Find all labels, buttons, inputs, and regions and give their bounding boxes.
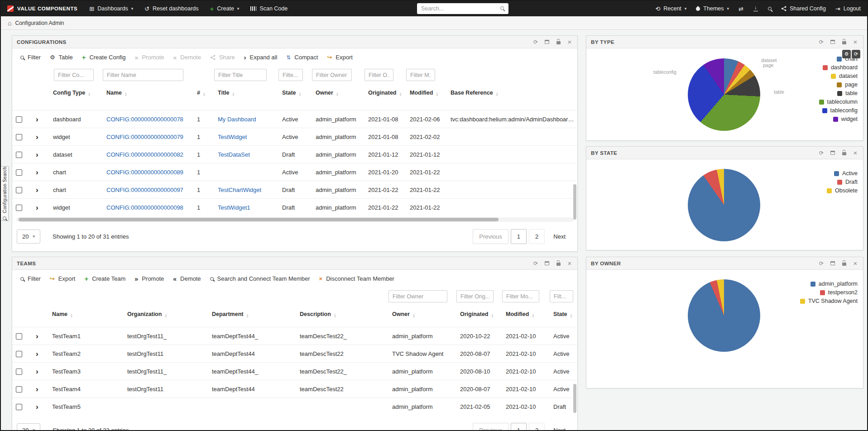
chart-gear-button[interactable]: ⚙ <box>842 50 851 58</box>
toolbar-export-button[interactable]: ↪Export <box>45 272 80 285</box>
panel-maximize-button[interactable] <box>830 150 836 156</box>
by-owner-pie-chart[interactable] <box>688 279 760 352</box>
legend-item-draft[interactable]: Draft <box>837 179 858 185</box>
filter-input-0[interactable] <box>54 69 94 81</box>
legend-item-obsolete[interactable]: Obsolete <box>827 187 858 194</box>
pagination-next[interactable]: Next <box>547 423 572 431</box>
pagination-previous[interactable]: Previous <box>473 229 508 244</box>
config-name-link[interactable]: CONFIG:0000000000000097 <box>106 187 183 193</box>
column-header-description[interactable]: Description▲▼ <box>296 306 388 327</box>
filter-input-3[interactable] <box>550 290 573 302</box>
config-name-link[interactable]: CONFIG:0000000000000078 <box>106 116 183 123</box>
vertical-scrollbar[interactable] <box>573 384 576 413</box>
legend-item-active[interactable]: Active <box>834 170 858 177</box>
legend-item-page[interactable]: page <box>837 81 858 88</box>
team-row[interactable]: ›TestTeam5admin_platform2021-02-052021-0… <box>12 398 577 416</box>
panel-lock-button[interactable] <box>841 150 847 156</box>
column-header-modified[interactable]: Modified▲▼ <box>502 306 550 327</box>
panel-refresh-button[interactable]: ⟳ <box>818 260 825 267</box>
config-name-link[interactable]: CONFIG:0000000000000089 <box>106 169 183 176</box>
row-checkbox[interactable] <box>16 386 22 393</box>
team-row[interactable]: ›TestTeam2testOrgTest11teamDeptTest44tea… <box>12 345 577 363</box>
row-checkbox[interactable] <box>16 152 22 158</box>
filter-input-5[interactable] <box>364 69 393 81</box>
horizontal-scrollbar[interactable] <box>16 217 574 222</box>
column-header-owner[interactable]: Owner▲▼ <box>312 85 364 110</box>
toolbar-create-config-button[interactable]: +Create Config <box>77 51 130 64</box>
row-checkbox[interactable] <box>16 116 22 123</box>
legend-item-widget[interactable]: widget <box>833 116 858 122</box>
team-row[interactable]: ›TestTeam1testOrgTest11_teamDeptTest44_t… <box>12 327 577 345</box>
config-row[interactable]: ›dashboardCONFIG:00000000000000781My Das… <box>12 110 577 128</box>
column-header-department[interactable]: Department▲▼ <box>208 306 296 327</box>
expand-row-icon[interactable]: › <box>36 168 38 177</box>
expand-row-icon[interactable]: › <box>36 350 38 358</box>
pagination-page-1[interactable]: 1 <box>511 229 527 244</box>
row-checkbox[interactable] <box>16 404 22 410</box>
filter-input-1[interactable] <box>456 290 494 302</box>
page-size-select[interactable]: 20 ▾ <box>17 230 40 244</box>
pagination-previous[interactable]: Previous <box>473 423 508 431</box>
panel-close-button[interactable]: × <box>566 39 573 45</box>
column-header-state[interactable]: State▲▼ <box>550 306 577 327</box>
row-checkbox[interactable] <box>16 333 22 340</box>
config-name-link[interactable]: CONFIG:0000000000000079 <box>106 134 183 140</box>
toolbar-filter-button[interactable]: Filter <box>16 51 45 64</box>
toolbar-expand-all-button[interactable]: ›Expand all <box>240 51 282 64</box>
row-checkbox[interactable] <box>16 351 22 357</box>
pagination-page-1[interactable]: 1 <box>511 423 527 431</box>
legend-item-tableconfig[interactable]: tableconfig <box>822 107 858 114</box>
column-header-[interactable]: #▲▼ <box>193 85 214 110</box>
column-header-originated[interactable]: Originated▲▼ <box>456 306 502 327</box>
legend-item-dashboard[interactable]: dashboard <box>823 64 858 71</box>
column-header-title[interactable]: Title▲▼ <box>214 85 278 110</box>
search-input[interactable] <box>417 3 508 14</box>
toolbar-disconnect-team-member-button[interactable]: ×Disconnect Team Member <box>315 272 399 285</box>
filter-input-2[interactable] <box>214 69 267 81</box>
toolbar-demote-button[interactable]: «Demote <box>169 51 206 64</box>
filter-input-2[interactable] <box>502 290 539 302</box>
column-header-organization[interactable]: Organization▲▼ <box>124 306 208 327</box>
legend-item-table[interactable]: table <box>837 90 858 96</box>
row-checkbox[interactable] <box>16 205 22 211</box>
row-checkbox[interactable] <box>16 369 22 375</box>
panel-refresh-button[interactable]: ⟳ <box>818 150 825 156</box>
panel-refresh-button[interactable]: ⟳ <box>818 39 825 45</box>
toolbar-create-team-button[interactable]: +Create Team <box>80 272 130 285</box>
panel-refresh-button[interactable]: ⟳ <box>532 260 539 267</box>
column-header-modified[interactable]: Modified▲▼ <box>406 85 447 110</box>
vertical-scrollbar[interactable] <box>573 184 576 220</box>
expand-row-icon[interactable]: › <box>36 332 38 340</box>
nav-shared-config[interactable]: Shared Config <box>781 5 826 12</box>
nav-scan-code[interactable]: Scan Code <box>250 5 288 12</box>
nav-sync-button[interactable]: ⇄ <box>739 6 743 12</box>
panel-close-button[interactable]: × <box>852 260 858 267</box>
config-row[interactable]: ›chartCONFIG:00000000000000971TestChartW… <box>12 181 577 199</box>
column-header-state[interactable]: State▲▼ <box>278 85 312 110</box>
column-header-originated[interactable]: Originated▲▼ <box>364 85 406 110</box>
config-name-link[interactable]: CONFIG:0000000000000082 <box>106 151 183 158</box>
nav-reset-dashboards[interactable]: ↺Reset dashboards <box>144 5 198 12</box>
toolbar-promote-button[interactable]: »Promote <box>130 272 168 285</box>
legend-item-tablecolumn[interactable]: tablecolumn <box>819 99 858 105</box>
config-row[interactable]: ›widgetCONFIG:00000000000000981TestWidge… <box>12 199 577 216</box>
config-name-link[interactable]: CONFIG:0000000000000098 <box>106 204 183 211</box>
pagination-page-2[interactable]: 2 <box>529 423 545 431</box>
config-row[interactable]: ›datasetCONFIG:00000000000000821TestData… <box>12 146 577 163</box>
nav-themes[interactable]: Themes▾ <box>696 5 729 12</box>
expand-row-icon[interactable]: › <box>36 402 38 411</box>
toolbar-table-button[interactable]: ⚙Table <box>45 51 77 64</box>
column-header-owner[interactable]: Owner▲▼ <box>388 306 456 327</box>
expand-row-icon[interactable]: › <box>36 186 38 194</box>
toolbar-share-button[interactable]: Share <box>206 51 240 64</box>
filter-input-0[interactable] <box>388 290 447 302</box>
legend-item-testperson2[interactable]: testperson2 <box>820 289 858 296</box>
column-header-config-type[interactable]: Config Type▲▼ <box>49 85 103 110</box>
panel-maximize-button[interactable] <box>544 260 550 267</box>
filter-input-1[interactable] <box>103 69 183 81</box>
expand-row-icon[interactable]: › <box>36 203 38 212</box>
team-row[interactable]: ›TestTeam4testOrgTest11teamDeptTest44tea… <box>12 380 577 398</box>
nav-create[interactable]: +Create▾ <box>210 5 240 12</box>
expand-row-icon[interactable]: › <box>36 133 38 141</box>
panel-maximize-button[interactable] <box>830 39 836 45</box>
